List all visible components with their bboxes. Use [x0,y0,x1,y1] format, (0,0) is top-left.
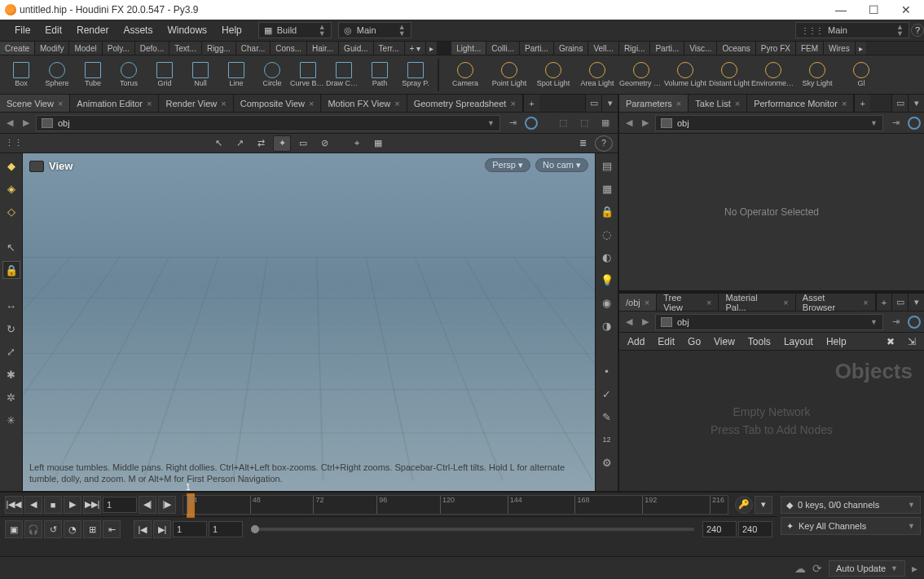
shelf-tab[interactable]: Colli... [486,42,520,55]
shelf-tab[interactable]: Rigi... [619,42,651,55]
deselect-icon[interactable]: ⊘ [315,135,333,152]
shelf-tool[interactable]: Gl [839,57,883,93]
timeline-track[interactable]: 1 24487296120144168192216 [183,495,728,515]
shelf-tab[interactable]: Guid... [339,42,373,55]
network-view[interactable]: Objects Empty Network Press Tab to Add N… [619,351,924,491]
pane-menu-icon[interactable]: ▾ [601,95,618,112]
last-frame-button[interactable]: ▶▶| [83,496,101,514]
secure-selection-icon[interactable]: ✦ [273,135,291,152]
pane-tab[interactable]: /obj× [619,294,657,311]
close-icon[interactable]: × [735,99,740,108]
current-frame-field[interactable]: 1 [103,497,137,513]
shelf-tool[interactable]: Torus [111,57,147,93]
display-uvs-icon[interactable]: ✎ [598,408,616,426]
cook-mode-button[interactable]: Auto Update ▼ [829,560,905,577]
channel-list-button[interactable]: ◆ 0 keys, 0/0 channels ▼ [781,496,921,514]
play-forward-button[interactable]: ▶ [64,496,81,514]
pane-tab[interactable]: Render View× [159,95,233,112]
camera-icon[interactable] [29,161,44,172]
close-icon[interactable]: × [58,99,63,108]
rb-maximize-icon[interactable]: ▭ [891,294,908,311]
shelf-tool[interactable]: Spot Light [531,57,575,93]
lock-tool-icon[interactable]: 🔒 [2,261,20,279]
prev-key-button[interactable]: |◀ [134,520,152,538]
shelf-tool[interactable]: Distant Light [707,57,751,93]
shelf-tab[interactable]: Rigg... [202,42,236,55]
camera-dropdown[interactable]: No cam ▾ [535,158,588,172]
shelf-tab[interactable]: Parti... [650,42,684,55]
rotate-tool-icon[interactable]: ↻ [2,320,20,338]
shelf-tab[interactable]: Modify [35,42,69,55]
shelf-tool[interactable]: Draw Curve [326,57,362,93]
end-frame-field[interactable]: 240 [738,521,772,537]
display-lock-icon[interactable]: 🔒 [598,202,616,220]
viewport-help-icon[interactable]: ? [595,135,613,152]
radial-menu-selector[interactable]: ⋮⋮⋮ Main ▲▼ [795,22,909,38]
display-xray-icon[interactable]: ◐ [598,248,616,266]
pane-tab[interactable]: Animation Editor× [70,95,159,112]
shelf-tool[interactable]: Box [3,57,39,93]
display-normals-icon[interactable]: ✓ [598,385,616,403]
netmenu-add[interactable]: Add [627,336,645,347]
net-pin-icon[interactable]: ⇥ [887,313,904,331]
shelf-tool[interactable]: Point Light [487,57,531,93]
shelf-scroll-right-icon[interactable]: ▸ [426,42,437,55]
shelf-tool[interactable]: Camera [443,57,487,93]
next-key-button[interactable]: ▶| [153,520,171,538]
minimize-button[interactable]: — [825,0,857,20]
shelf-tool[interactable]: Spray P. [398,57,433,93]
pane-tab[interactable]: Asset Browser× [796,294,876,311]
interrupt-icon[interactable]: ▸ [912,562,917,575]
pose-tool-icon[interactable]: ✱ [2,365,20,383]
select-tool-icon[interactable]: ↖ [2,238,20,256]
shelf-tool[interactable]: Sphere [39,57,75,93]
pane-tab[interactable]: Parameters× [619,95,689,112]
close-icon[interactable]: × [394,99,399,108]
menu-assets[interactable]: Assets [117,21,159,39]
rt-add-tab[interactable]: + [854,95,870,112]
shelf-tool[interactable]: Curve Bezier [290,57,326,93]
desktop-selector-build[interactable]: ▦ Build ▲▼ [258,22,332,38]
shelf-tab[interactable]: Grains [554,42,588,55]
start-frame-field[interactable]: 1 [173,521,207,537]
display-options2-icon[interactable]: ⚙ [598,453,616,471]
view-tool-icon[interactable]: ◆ [2,157,20,175]
shelf-tab[interactable]: Parti... [520,42,554,55]
shelf-tab[interactable]: Terr... [374,42,405,55]
shelf-tab[interactable]: Hair... [307,42,339,55]
timeline-menu-icon[interactable]: ▾ [755,496,772,514]
close-icon[interactable]: × [221,99,226,108]
shelf-tool[interactable]: Environment Light [751,57,795,93]
close-icon[interactable]: × [783,298,788,307]
play-back-button[interactable]: ◀ [24,496,42,514]
shelf-tool[interactable]: Tube [75,57,111,93]
netmenu-tools[interactable]: Tools [748,336,771,347]
shelf-tab[interactable]: Light... [451,42,486,55]
shelf-tab[interactable]: Defo... [135,42,169,55]
shelf-tab[interactable]: Oceans [717,42,755,55]
pane-tab[interactable]: Motion FX View× [321,95,407,112]
params-record-icon[interactable] [908,117,921,130]
nav-back-icon[interactable]: ◀ [3,117,16,130]
rig-tool-icon[interactable]: ✳ [2,411,20,429]
net-nav-forward-icon[interactable]: ▶ [639,316,652,329]
shelf-tab[interactable]: FEM [796,42,824,55]
first-frame-button[interactable]: |◀◀ [5,496,23,514]
autokey-button[interactable]: 🔑 [735,496,753,514]
shelf-tool[interactable]: Line [218,57,254,93]
netmenu-wrench-icon[interactable]: ✖ [887,336,895,347]
viewport-path-field[interactable]: obj ▼ [36,115,500,131]
select-groups-icon[interactable]: ⇄ [252,135,270,152]
rb-add-tab[interactable]: + [876,294,892,311]
nav-forward-icon[interactable]: ▶ [20,117,33,130]
region-icon[interactable]: ▭ [294,135,312,152]
range-end-field[interactable]: 240 [702,521,737,537]
display-backface-icon[interactable]: ◑ [598,316,616,334]
realtime-button[interactable]: ▣ [5,520,23,538]
rb-menu-icon[interactable]: ▾ [908,294,924,311]
help-icon[interactable]: ? [911,24,924,37]
shelf-tab[interactable]: Cons... [271,42,307,55]
pane-tab[interactable]: Composite View× [234,95,322,112]
shelf-tab[interactable]: Poly... [103,42,135,55]
params-nav-forward-icon[interactable]: ▶ [639,117,652,130]
